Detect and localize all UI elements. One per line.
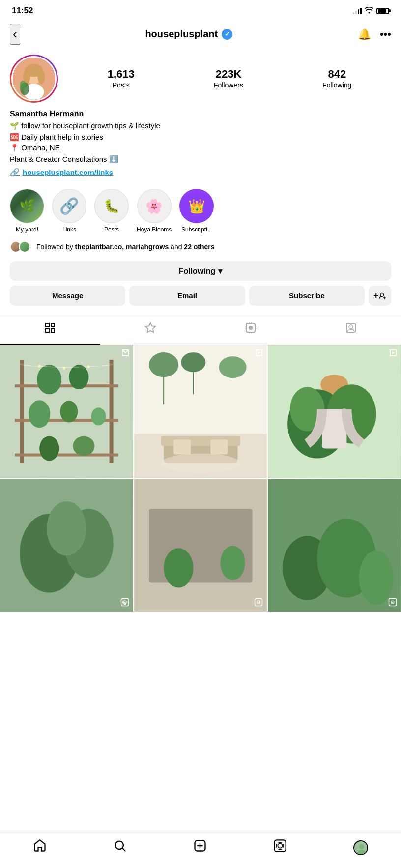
grid-image-6 — [268, 479, 401, 612]
grid-item-3[interactable] — [268, 345, 401, 478]
grid-image-1 — [0, 345, 133, 478]
svg-point-24 — [69, 365, 88, 389]
tab-subscriptions[interactable] — [100, 315, 200, 345]
grid-item-6[interactable] — [268, 479, 401, 612]
subscribe-button[interactable]: Subscribe — [249, 286, 365, 306]
bio-line-1: 🌱 follow for houseplant growth tips & li… — [10, 120, 391, 132]
nav-search[interactable] — [105, 837, 135, 858]
story-image-hoya: 🌸 — [145, 198, 163, 214]
svg-rect-42 — [210, 439, 228, 454]
bio-line-3: 📍 Omaha, NE — [10, 143, 391, 154]
message-button[interactable]: Message — [10, 286, 125, 306]
posts-stat[interactable]: 1,613 Posts — [108, 68, 135, 89]
bio-link[interactable]: 🔗 houseplusplant.com/links — [10, 168, 391, 177]
status-bar: 11:52 — [0, 0, 401, 20]
header-username: houseplusplant — [145, 29, 232, 40]
story-circle-yard: 🌿 — [10, 189, 44, 223]
header-actions: 🔔 ••• — [358, 28, 391, 41]
svg-rect-19 — [110, 360, 114, 463]
nav-profile[interactable] — [345, 839, 376, 857]
followed-avatars — [10, 241, 30, 253]
tab-tagged[interactable] — [301, 315, 401, 345]
status-time: 11:52 — [12, 6, 33, 16]
story-item-yard[interactable]: 🌿 My yard! — [10, 189, 44, 233]
following-label: Following — [179, 267, 216, 276]
secondary-buttons: Message Email Subscribe + — [10, 286, 391, 306]
svg-point-30 — [38, 365, 41, 368]
svg-marker-56 — [392, 351, 395, 354]
following-count: 842 — [322, 68, 351, 81]
back-button[interactable]: ‹ — [10, 24, 20, 45]
svg-rect-11 — [46, 329, 49, 332]
svg-point-37 — [181, 352, 205, 372]
followers-count: 223K — [214, 68, 243, 81]
avatar-wrap[interactable] — [10, 55, 58, 103]
story-image-subscription: 👑 — [188, 198, 205, 214]
svg-point-60 — [47, 501, 86, 555]
followers-stat[interactable]: 223K Followers — [214, 68, 243, 89]
story-image-pests: 🐛 — [104, 199, 119, 214]
nav-reels[interactable] — [265, 837, 295, 858]
grid-badge-3 — [389, 349, 397, 359]
story-label-yard: My yard! — [16, 226, 38, 233]
bio-line-2: 🆘 Daily plant help in stories — [10, 132, 391, 143]
signal-icon — [353, 7, 362, 14]
bell-icon[interactable]: 🔔 — [358, 28, 371, 41]
story-item-links[interactable]: 🔗 Links — [52, 189, 86, 233]
svg-point-8 — [380, 293, 383, 296]
tab-reels[interactable] — [200, 315, 301, 345]
nav-profile-avatar — [353, 840, 368, 855]
svg-marker-45 — [258, 351, 260, 354]
grid-badge-1 — [121, 349, 129, 359]
story-label-links: Links — [62, 226, 76, 233]
grid-item-4[interactable] — [0, 479, 133, 612]
link-text: houseplusplant.com/links — [23, 168, 113, 176]
action-buttons: Following ▾ Message Email Subscribe + — [0, 260, 401, 311]
more-options-icon[interactable]: ••• — [380, 28, 391, 41]
story-item-subscription[interactable]: 👑 Subscripti... — [179, 189, 214, 233]
story-item-hoya[interactable]: 🌸 Hoya Blooms — [137, 189, 172, 233]
grid-image-2 — [134, 345, 267, 478]
svg-point-31 — [62, 367, 65, 370]
add-friend-button[interactable]: + — [369, 286, 391, 306]
grid-item-5[interactable] — [134, 479, 267, 612]
grid-image-5 — [134, 479, 267, 612]
home-icon — [33, 839, 47, 856]
following-label: Following — [322, 81, 351, 89]
svg-point-72 — [359, 550, 394, 605]
svg-point-65 — [164, 548, 193, 587]
avatar-image — [13, 58, 55, 100]
nav-home[interactable] — [25, 837, 55, 858]
profile-section: 1,613 Posts 223K Followers 842 Following — [0, 51, 401, 103]
link-icon: 🔗 — [10, 168, 20, 177]
story-item-pests[interactable]: 🐛 Pests — [94, 189, 129, 233]
grid-badge-2 — [255, 349, 263, 359]
following-chevron: ▾ — [218, 266, 222, 276]
tab-bar — [0, 315, 401, 345]
grid-item-1[interactable] — [0, 345, 133, 478]
header: ‹ houseplusplant 🔔 ••• — [0, 20, 401, 51]
tab-reels-icon — [245, 322, 257, 337]
reels-badge-6 — [388, 598, 397, 608]
story-label-hoya: Hoya Blooms — [137, 226, 172, 233]
followed-avatar-2 — [19, 241, 30, 253]
following-stat[interactable]: 842 Following — [322, 68, 351, 89]
svg-rect-22 — [15, 454, 118, 457]
story-circle-hoya: 🌸 — [137, 189, 172, 223]
story-circle-subscription: 👑 — [179, 189, 214, 223]
story-label-subscription: Subscripti... — [181, 226, 212, 233]
email-button[interactable]: Email — [129, 286, 245, 306]
svg-rect-9 — [46, 323, 49, 327]
tab-grid[interactable] — [0, 315, 100, 345]
svg-point-78 — [278, 843, 282, 848]
grid-item-2[interactable] — [134, 345, 267, 478]
following-button[interactable]: Following ▾ — [10, 261, 391, 281]
svg-rect-10 — [51, 323, 55, 327]
add-friend-icon: + — [373, 290, 379, 301]
avatar — [11, 56, 57, 101]
svg-point-43 — [161, 454, 240, 473]
svg-rect-77 — [274, 840, 286, 851]
nav-create[interactable] — [185, 837, 215, 858]
followers-label: Followers — [214, 81, 243, 89]
svg-point-4 — [37, 69, 45, 84]
